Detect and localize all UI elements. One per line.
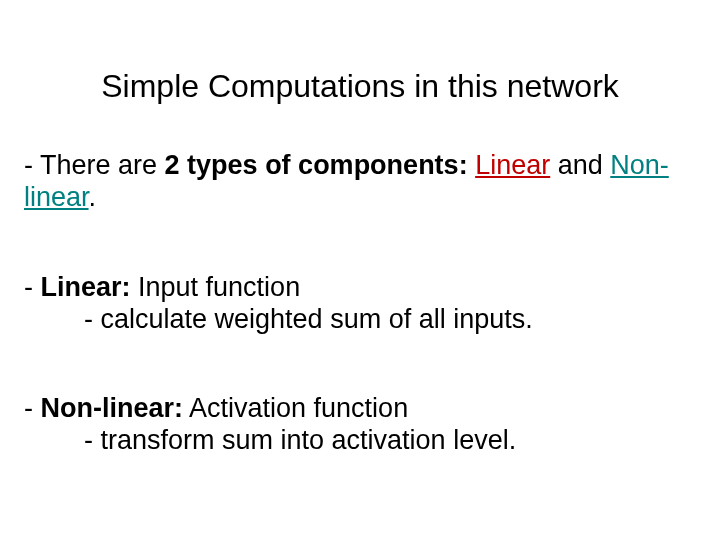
paragraph-linear: - Linear: Input function - calculate wei… <box>24 272 708 336</box>
text: - <box>24 272 41 302</box>
paragraph-components: - There are 2 types of components: Linea… <box>24 150 708 214</box>
slide-title: Simple Computations in this network <box>0 68 720 105</box>
text-label: Linear: <box>41 272 131 302</box>
text-bold: 2 types of components: <box>165 150 468 180</box>
slide-body: - There are 2 types of components: Linea… <box>24 150 708 457</box>
text-linear: Linear <box>475 150 550 180</box>
text: Input function <box>131 272 301 302</box>
text-space <box>468 150 476 180</box>
text-label: Non-linear: <box>41 393 184 423</box>
subline: - transform sum into activation level. <box>24 425 708 457</box>
text: . <box>89 182 97 212</box>
line: - Linear: Input function <box>24 272 708 304</box>
slide: Simple Computations in this network - Th… <box>0 0 720 540</box>
subline: - calculate weighted sum of all inputs. <box>24 304 708 336</box>
text: Activation function <box>183 393 408 423</box>
text: and <box>550 150 610 180</box>
paragraph-nonlinear: - Non-linear: Activation function - tran… <box>24 393 708 457</box>
text: - There are <box>24 150 165 180</box>
line: - Non-linear: Activation function <box>24 393 708 425</box>
text: - <box>24 393 41 423</box>
